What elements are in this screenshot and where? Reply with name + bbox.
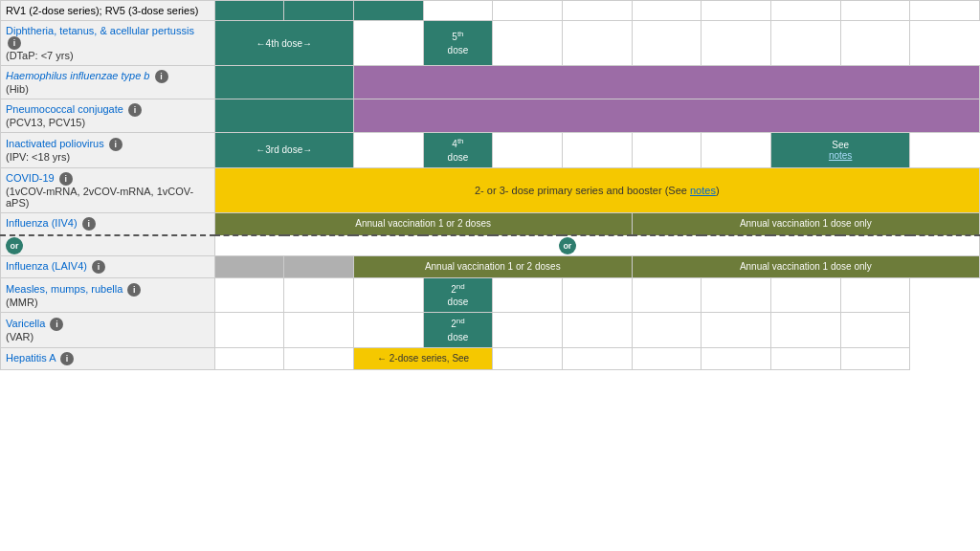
mmr-sub: (MMR) <box>6 297 38 308</box>
ipv-link[interactable]: Inactivated poliovirus <box>6 138 104 149</box>
covid-notes-link[interactable]: notes <box>690 185 716 196</box>
or-circle-left: or <box>6 237 23 254</box>
dtap-row: Diphtheria, tetanus, & acellular pertuss… <box>1 21 980 66</box>
var-empty8 <box>770 313 840 347</box>
or-spacer: or <box>214 235 979 256</box>
mmr-empty7 <box>702 277 771 312</box>
hepa-empty1 <box>214 347 284 369</box>
or-circle-right: or <box>559 237 576 254</box>
ipv-4th-label: 4th dose <box>429 137 488 163</box>
influenza-iiv-annual2-text: Annual vaccination 1 dose only <box>637 218 974 229</box>
influenza-laiv-annual1-text: Annual vaccination 1 or 2 doses <box>359 261 627 272</box>
mmr-link[interactable]: Measles, mumps, rubella <box>6 283 122 295</box>
rv-col9 <box>770 1 840 21</box>
dtap-vaccine-name: Diphtheria, tetanus, & acellular pertuss… <box>1 21 215 66</box>
pcv-purple <box>353 99 979 133</box>
var-empty4 <box>493 313 563 347</box>
hepa-2dose: ← 2-dose series, See <box>353 347 492 369</box>
mmr-empty1 <box>214 277 284 312</box>
dtap-empty5 <box>702 21 771 66</box>
ipv-notes-link[interactable]: notes <box>829 150 852 161</box>
mmr-2nd-label: 2nd dose <box>429 282 488 308</box>
hepa-empty7 <box>770 347 840 369</box>
hib-link[interactable]: Haemophilus influenzae type b <box>6 70 149 81</box>
ipv-row: Inactivated poliovirus i (IPV: <18 yrs) … <box>1 133 980 167</box>
var-empty6 <box>632 313 702 347</box>
or-row: or or <box>1 235 980 256</box>
influenza-iiv-info-icon[interactable]: i <box>82 217 96 231</box>
hib-vaccine-name: Haemophilus influenzae type b i (Hib) <box>1 66 215 99</box>
dtap-empty6 <box>770 21 840 66</box>
varicella-vaccine-name: Varicella i (VAR) <box>1 313 215 347</box>
dtap-info-icon[interactable]: i <box>8 36 21 50</box>
pcv-sub: (PCV13, PCV15) <box>6 117 85 128</box>
covid-info-icon[interactable]: i <box>59 172 73 186</box>
var-2nd-label: 2nd dose <box>429 317 488 342</box>
hepa-empty6 <box>702 347 771 369</box>
covid-sub: (1vCOV-mRNA, 2vCOV-mRNA, 1vCOV-aPS) <box>6 186 193 209</box>
hepa-info-icon[interactable]: i <box>60 352 74 365</box>
ipv-3rd-label: ←3rd dose→ <box>220 144 348 155</box>
mmr-vaccine-name: Measles, mumps, rubella i (MMR) <box>1 277 215 312</box>
hib-info-icon[interactable]: i <box>155 70 168 83</box>
covid-link[interactable]: COVID-19 <box>6 172 55 184</box>
ipv-empty4 <box>632 133 702 167</box>
hepa-link[interactable]: Hepatitis A <box>6 352 56 364</box>
influenza-laiv-info-icon[interactable]: i <box>92 260 105 274</box>
var-empty2 <box>284 313 354 347</box>
or-label-cell: or <box>1 235 215 256</box>
dtap-sub: (DTaP: <7 yrs) <box>6 50 74 61</box>
hepa-empty2 <box>284 347 354 369</box>
rv-col11 <box>910 1 980 21</box>
rv-col1 <box>214 1 284 21</box>
rv-vaccine-name: RV1 (2-dose series); RV5 (3-dose series) <box>1 1 215 21</box>
rv-col10 <box>840 1 910 21</box>
dtap-5th-label: 5th dose <box>429 30 488 55</box>
pcv-row: Pneumococcal conjugate i (PCV13, PCV15) <box>1 99 980 133</box>
pcv-link[interactable]: Pneumococcal conjugate <box>6 103 123 115</box>
rv-col5 <box>493 1 563 21</box>
ipv-info-icon[interactable]: i <box>109 138 122 151</box>
varicella-row: Varicella i (VAR) 2nd dose <box>1 313 980 347</box>
influenza-laiv-annual2-text: Annual vaccination 1 dose only <box>637 261 974 272</box>
ipv-empty5 <box>702 133 771 167</box>
var-empty5 <box>562 313 632 347</box>
dtap-link[interactable]: Diphtheria, tetanus, & acellular pertuss… <box>6 25 194 36</box>
rv-col2 <box>284 1 354 21</box>
varicella-info-icon[interactable]: i <box>50 318 63 331</box>
hepa-vaccine-name: Hepatitis A i <box>1 347 215 369</box>
hepa-row: Hepatitis A i ← 2-dose series, See <box>1 347 980 369</box>
influenza-iiv-name: Influenza (IIV4) i <box>1 212 215 235</box>
ipv-3rd-dose: ←3rd dose→ <box>214 133 353 167</box>
hepa-empty8 <box>840 347 910 369</box>
vaccine-schedule-table: RV1 (2-dose series); RV5 (3-dose series)… <box>0 0 980 370</box>
varicella-sub: (VAR) <box>6 331 33 342</box>
ipv-sub: (IPV: <18 yrs) <box>6 151 70 163</box>
varicella-link[interactable]: Varicella <box>6 318 45 329</box>
covid-dose-text: 2- or 3- dose primary series and booster… <box>220 185 974 196</box>
mmr-empty9 <box>840 277 910 312</box>
influenza-iiv-annual1-text: Annual vaccination 1 or 2 doses <box>220 218 627 229</box>
hepa-empty4 <box>562 347 632 369</box>
influenza-iiv-row: Influenza (IIV4) i Annual vaccination 1 … <box>1 212 980 235</box>
ipv-vaccine-name: Inactivated poliovirus i (IPV: <18 yrs) <box>1 133 215 167</box>
hib-purple <box>353 66 979 99</box>
var-2nd-dose: 2nd dose <box>423 313 493 347</box>
dtap-4th-label: ←4th dose→ <box>220 38 348 49</box>
mmr-info-icon[interactable]: i <box>127 283 141 297</box>
hepa-empty5 <box>632 347 702 369</box>
hepa-dose-text: ← 2-dose series, See <box>359 353 487 364</box>
pcv-teal1 <box>214 99 353 133</box>
dtap-4th-dose: ←4th dose→ <box>214 21 353 66</box>
dtap-empty1 <box>353 21 423 66</box>
ipv-empty3 <box>562 133 632 167</box>
influenza-laiv-link[interactable]: Influenza (LAIV4) <box>6 260 87 272</box>
ipv-4th-dose: 4th dose <box>423 133 493 167</box>
dtap-empty4 <box>632 21 702 66</box>
dtap-empty2 <box>493 21 563 66</box>
rv-col4 <box>423 1 493 21</box>
hepa-empty3 <box>493 347 563 369</box>
pcv-info-icon[interactable]: i <box>128 103 142 117</box>
influenza-iiv-link[interactable]: Influenza (IIV4) <box>6 217 78 229</box>
ipv-see-notes: See notes <box>770 133 909 167</box>
